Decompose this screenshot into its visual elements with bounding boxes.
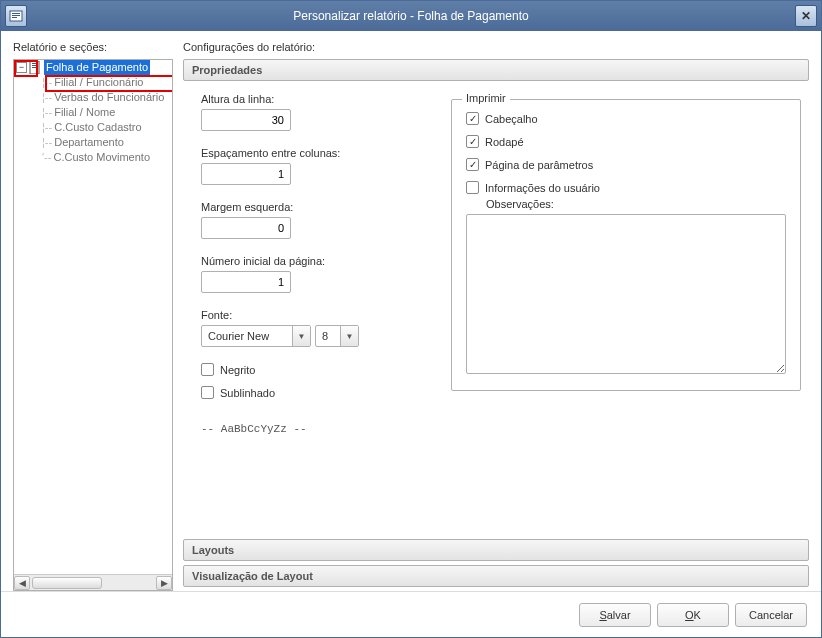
- font-name-combo[interactable]: Courier New ▼: [201, 325, 311, 347]
- checkbox-checked-icon: [466, 158, 479, 171]
- observations-textarea[interactable]: [466, 214, 786, 374]
- print-legend: Imprimir: [462, 92, 510, 104]
- scroll-left-icon[interactable]: ◀: [14, 576, 30, 590]
- report-icon: [5, 5, 27, 27]
- bold-checkbox-row[interactable]: Negrito: [201, 363, 421, 376]
- underline-checkbox-row[interactable]: Sublinhado: [201, 386, 421, 399]
- font-size-combo[interactable]: 8 ▼: [315, 325, 359, 347]
- print-userinfo-checkbox[interactable]: Informações do usuário: [466, 181, 786, 194]
- tree-item[interactable]: '--C.Custo Movimento: [14, 150, 172, 165]
- checkbox-checked-icon: [466, 112, 479, 125]
- highlight-box-item: [45, 75, 172, 92]
- section-properties-header[interactable]: Propriedades: [183, 59, 809, 81]
- left-margin-input[interactable]: [201, 217, 291, 239]
- chevron-down-icon: ▼: [292, 326, 310, 346]
- dialog-title: Personalizar relatório - Folha de Pagame…: [27, 9, 795, 23]
- row-height-label: Altura da linha:: [201, 93, 421, 105]
- close-icon: ✕: [801, 9, 811, 23]
- left-margin-label: Margem esquerda:: [201, 201, 421, 213]
- checkbox-icon: [201, 363, 214, 376]
- tree-item[interactable]: ¦--Departamento: [14, 135, 172, 150]
- ok-button[interactable]: OK: [657, 603, 729, 627]
- font-sample: -- AaBbCcYyZz --: [201, 423, 421, 435]
- svg-rect-3: [12, 17, 17, 18]
- svg-rect-2: [12, 15, 20, 16]
- tree-root-label: Folha de Pagamento: [44, 60, 150, 75]
- print-footer-checkbox[interactable]: Rodapé: [466, 135, 786, 148]
- section-properties: Altura da linha: Espaçamento entre colun…: [183, 85, 809, 539]
- tree-item[interactable]: ¦--C.Custo Cadastro: [14, 120, 172, 135]
- section-layouts-header[interactable]: Layouts: [183, 539, 809, 561]
- row-height-input[interactable]: [201, 109, 291, 131]
- observations-label: Observações:: [486, 198, 786, 210]
- col-spacing-label: Espaçamento entre colunas:: [201, 147, 421, 159]
- col-spacing-input[interactable]: [201, 163, 291, 185]
- cancel-button[interactable]: Cancelar: [735, 603, 807, 627]
- highlight-box-icon: [14, 60, 38, 77]
- font-label: Fonte:: [201, 309, 421, 321]
- start-page-input[interactable]: [201, 271, 291, 293]
- save-button[interactable]: Salvar: [579, 603, 651, 627]
- config-label: Configurações do relatório:: [183, 41, 809, 53]
- checkbox-checked-icon: [466, 135, 479, 148]
- svg-rect-1: [12, 13, 20, 14]
- chevron-down-icon: ▼: [340, 326, 358, 346]
- checkbox-icon: [466, 181, 479, 194]
- sections-tree[interactable]: − Folha de Pagamento ¦--Filial / Funcion…: [14, 60, 172, 574]
- checkbox-icon: [201, 386, 214, 399]
- print-params-checkbox[interactable]: Página de parâmetros: [466, 158, 786, 171]
- tree-panel: − Folha de Pagamento ¦--Filial / Funcion…: [13, 59, 173, 591]
- scroll-right-icon[interactable]: ▶: [156, 576, 172, 590]
- dialog-customize-report: Personalizar relatório - Folha de Pagame…: [0, 0, 822, 638]
- start-page-label: Número inicial da página:: [201, 255, 421, 267]
- print-header-checkbox[interactable]: Cabeçalho: [466, 112, 786, 125]
- tree-item[interactable]: ¦--Filial / Nome: [14, 105, 172, 120]
- scroll-thumb[interactable]: [32, 577, 102, 589]
- dialog-buttons: Salvar OK Cancelar: [1, 591, 821, 637]
- section-preview-header[interactable]: Visualização de Layout: [183, 565, 809, 587]
- titlebar: Personalizar relatório - Folha de Pagame…: [1, 1, 821, 31]
- scroll-track[interactable]: [30, 576, 156, 590]
- sections-label: Relatório e seções:: [13, 41, 173, 53]
- tree-scrollbar[interactable]: ◀ ▶: [14, 574, 172, 590]
- tree-item[interactable]: ¦--Verbas do Funcionário: [14, 90, 172, 105]
- close-button[interactable]: ✕: [795, 5, 817, 27]
- print-fieldset: Imprimir Cabeçalho Rodapé Página de parâ…: [451, 99, 801, 391]
